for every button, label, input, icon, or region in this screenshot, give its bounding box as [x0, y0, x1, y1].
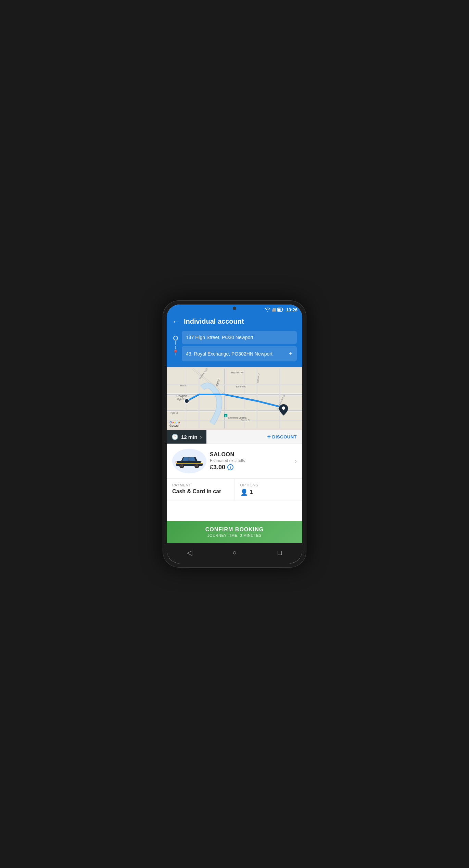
svg-text:Barton Rd: Barton Rd	[236, 385, 246, 388]
car-price-row: £3.00 i	[210, 464, 291, 471]
svg-text:Newport: Newport	[176, 394, 187, 398]
confirm-main-label: CONFIRM BOOKING	[172, 526, 297, 533]
svg-rect-1	[282, 309, 283, 310]
person-icon: 👤	[240, 488, 248, 496]
svg-text:Sea St: Sea St	[180, 384, 187, 387]
car-svg	[174, 454, 204, 469]
car-chevron-icon: ›	[295, 458, 297, 465]
car-type-label: SALOON	[210, 451, 291, 458]
car-info: SALOON Estimated excl tolls £3.00 i	[210, 451, 291, 471]
google-logo: Google ©2023	[169, 421, 180, 427]
route-icons: 📍	[172, 331, 179, 361]
origin-address: 147 High Street, PO30 Newport	[186, 335, 253, 340]
svg-text:H: H	[225, 414, 227, 418]
options-label: OPTIONS	[240, 483, 297, 487]
route-line-2	[175, 346, 176, 349]
status-time: 13:26	[286, 307, 297, 312]
svg-point-42	[196, 465, 198, 467]
payment-options-row: PAYMENT Cash & Card in car OPTIONS 👤 1	[167, 479, 302, 500]
info-icon[interactable]: i	[227, 464, 233, 470]
header: ← Individual account	[167, 314, 302, 331]
confirm-booking-button[interactable]: CONFIRM BOOKING JOURNEY TIME: 3 MINUTES	[167, 521, 302, 543]
duration-text: 12 min	[181, 434, 198, 440]
svg-text:Cineworld Cinema: Cineworld Cinema	[228, 417, 246, 419]
origin-icon	[173, 336, 178, 340]
status-icons: 13:26	[265, 307, 297, 312]
discount-label: DISCOUNT	[272, 434, 297, 439]
nav-recents-button[interactable]: □	[274, 546, 286, 559]
confirm-sub-label: JOURNEY TIME: 3 MINUTES	[172, 533, 297, 537]
svg-text:Green St: Green St	[241, 419, 250, 421]
nav-home-button[interactable]: ○	[228, 546, 241, 559]
destination-address-box[interactable]: 43, Royal Exchange, PO302HN Newport +	[182, 346, 297, 361]
svg-rect-45	[175, 461, 177, 463]
car-price: £3.00	[210, 464, 225, 471]
duration-pill[interactable]: 🕐 12 min ›	[167, 430, 206, 444]
payment-label: PAYMENT	[172, 483, 229, 487]
payment-value: Cash & Card in car	[172, 488, 229, 495]
car-image	[172, 449, 206, 473]
svg-rect-44	[201, 461, 203, 463]
battery-icon	[277, 308, 283, 312]
nav-bar: ◁ ○ □	[167, 543, 302, 563]
passengers-row: 👤 1	[240, 488, 297, 496]
destination-icon: 📍	[172, 350, 179, 356]
svg-point-39	[181, 465, 182, 467]
map-view: Newport High St Medina Way Sea St Highfi…	[167, 367, 302, 430]
battery-container	[277, 308, 283, 312]
route-line	[175, 341, 176, 345]
discount-button[interactable]: + DISCOUNT	[206, 433, 302, 441]
svg-text:Pyle St: Pyle St	[170, 412, 178, 414]
svg-point-19	[185, 399, 189, 403]
car-card[interactable]: SALOON Estimated excl tolls £3.00 i ›	[167, 444, 302, 479]
wifi-icon	[265, 308, 270, 312]
address-section: 📍 147 High Street, PO30 Newport 43, Roya…	[167, 331, 302, 367]
duration-bar: 🕐 12 min › + DISCOUNT	[167, 430, 302, 444]
car-estimate-label: Estimated excl tolls	[210, 458, 291, 463]
camera	[233, 307, 236, 310]
passengers-count: 1	[250, 489, 253, 495]
phone-screen: 13:26 ← Individual account 📍 147 High St…	[167, 305, 302, 563]
page-title: Individual account	[184, 318, 244, 325]
destination-address: 43, Royal Exchange, PO302HN Newport	[186, 351, 272, 357]
signal-icon	[272, 308, 276, 312]
duration-chevron-icon: ›	[200, 434, 202, 440]
phone-device: 13:26 ← Individual account 📍 147 High St…	[163, 300, 306, 568]
origin-address-box[interactable]: 147 High Street, PO30 Newport	[182, 331, 297, 344]
address-inputs: 147 High Street, PO30 Newport 43, Royal …	[182, 331, 297, 361]
map-svg: Newport High St Medina Way Sea St Highfi…	[167, 367, 302, 430]
back-button[interactable]: ←	[172, 318, 180, 325]
discount-plus-icon: +	[267, 433, 271, 441]
svg-point-21	[282, 407, 285, 410]
add-stop-button[interactable]: +	[289, 350, 293, 358]
options-cell[interactable]: OPTIONS 👤 1	[235, 479, 303, 500]
svg-text:Highfield Rd: Highfield Rd	[231, 371, 244, 374]
nav-back-button[interactable]: ◁	[183, 546, 195, 559]
payment-cell[interactable]: PAYMENT Cash & Card in car	[167, 479, 235, 500]
svg-text:High St: High St	[177, 398, 185, 401]
svg-rect-2	[278, 309, 280, 311]
clock-icon: 🕐	[172, 434, 178, 440]
